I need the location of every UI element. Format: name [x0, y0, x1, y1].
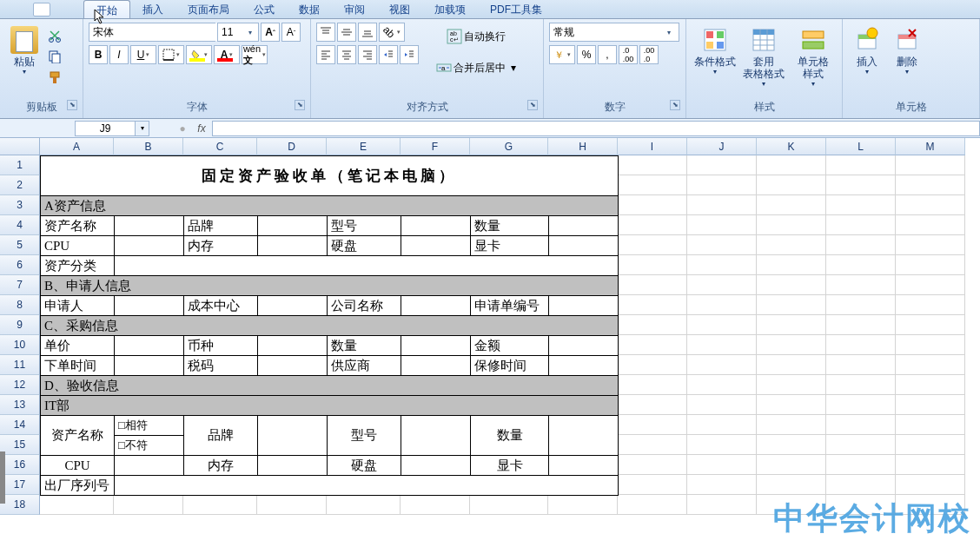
cell: 保修时间: [471, 356, 549, 376]
number-format-combo[interactable]: ▾: [549, 23, 679, 42]
row-header-18[interactable]: 18: [0, 495, 40, 515]
format-painter-button[interactable]: [45, 68, 64, 87]
cut-button[interactable]: [45, 26, 64, 45]
shrink-font-button[interactable]: Aˇ: [281, 23, 301, 42]
accounting-format-button[interactable]: ￥▾: [549, 45, 575, 64]
row-header-3[interactable]: 3: [0, 195, 40, 215]
align-top-button[interactable]: [316, 23, 335, 42]
wrap-text-button[interactable]: abc↵ 自动换行: [430, 23, 522, 50]
ribbon: 粘贴 ▾ 剪贴板⬊ ▾ ▾ Aˆ Aˇ: [0, 19, 980, 119]
percent-button[interactable]: %: [577, 45, 596, 64]
col-header-B[interactable]: B: [114, 138, 183, 155]
underline-button[interactable]: U▾: [130, 45, 156, 64]
decrease-decimal-button[interactable]: .00.0: [639, 45, 659, 64]
align-right-button[interactable]: [358, 45, 377, 64]
bold-button[interactable]: B: [89, 45, 108, 64]
grow-font-button[interactable]: Aˆ: [261, 23, 280, 42]
col-header-G[interactable]: G: [470, 138, 548, 155]
row-header-16[interactable]: 16: [0, 455, 40, 475]
italic-button[interactable]: I: [109, 45, 129, 64]
col-header-M[interactable]: M: [896, 138, 965, 155]
copy-button[interactable]: [45, 47, 64, 66]
tab-review[interactable]: 审阅: [332, 0, 377, 18]
tab-data[interactable]: 数据: [287, 0, 332, 18]
row-header-10[interactable]: 10: [0, 335, 40, 355]
merge-center-button[interactable]: a 合并后居中 ▾: [430, 54, 522, 82]
number-launcher[interactable]: ⬊: [670, 100, 680, 110]
alignment-launcher[interactable]: ⬊: [527, 100, 538, 110]
font-color-button[interactable]: A▾: [214, 45, 240, 64]
svg-rect-52: [803, 31, 824, 38]
row-header-8[interactable]: 8: [0, 295, 40, 315]
svg-text:￥: ￥: [554, 49, 564, 60]
svg-text:a: a: [441, 64, 446, 72]
row-header-2[interactable]: 2: [0, 175, 40, 195]
tab-formulas[interactable]: 公式: [242, 0, 287, 18]
row-header-15[interactable]: 15: [0, 435, 40, 455]
col-header-A[interactable]: A: [40, 138, 114, 155]
orientation-button[interactable]: ab▾: [379, 23, 405, 42]
delete-cells-button[interactable]: 删除▾: [888, 23, 926, 79]
font-name-combo[interactable]: ▾: [89, 23, 215, 42]
form-title: 固定资产验收单（笔记本电脑）: [41, 156, 619, 196]
tab-view[interactable]: 视图: [377, 0, 422, 18]
tab-addins[interactable]: 加载项: [422, 0, 478, 18]
name-box-dropdown[interactable]: ▾: [136, 121, 149, 136]
tab-insert[interactable]: 插入: [130, 0, 175, 18]
formula-input[interactable]: [212, 121, 980, 136]
align-middle-button[interactable]: [337, 23, 356, 42]
increase-indent-button[interactable]: [400, 45, 419, 64]
align-left-button[interactable]: [316, 45, 335, 64]
col-header-K[interactable]: K: [757, 138, 826, 155]
row-header-6[interactable]: 6: [0, 255, 40, 275]
font-launcher[interactable]: ⬊: [295, 100, 305, 110]
row-header-4[interactable]: 4: [0, 215, 40, 235]
row-header-5[interactable]: 5: [0, 235, 40, 255]
cell-styles-button[interactable]: 单元格 样式▾: [790, 23, 837, 91]
align-bottom-button[interactable]: [358, 23, 377, 42]
font-size-input[interactable]: [218, 23, 244, 41]
font-size-combo[interactable]: ▾: [217, 23, 259, 42]
col-header-C[interactable]: C: [183, 138, 257, 155]
name-box[interactable]: [75, 121, 136, 136]
tab-home[interactable]: 开始: [83, 0, 130, 18]
phonetic-button[interactable]: wén文▾: [242, 45, 268, 64]
svg-rect-6: [163, 49, 174, 60]
tab-pdf[interactable]: PDF工具集: [478, 0, 554, 18]
align-center-button[interactable]: [337, 45, 356, 64]
row-header-14[interactable]: 14: [0, 415, 40, 435]
number-format-input[interactable]: [550, 23, 663, 41]
increase-decimal-button[interactable]: .0.00: [619, 45, 638, 64]
col-header-F[interactable]: F: [401, 138, 470, 155]
row-header-17[interactable]: 17: [0, 475, 40, 495]
row-header-11[interactable]: 11: [0, 355, 40, 375]
fx-icon[interactable]: fx: [191, 122, 212, 135]
col-header-E[interactable]: E: [327, 138, 401, 155]
cell-hdd: 硬盘: [328, 456, 401, 476]
col-header-L[interactable]: L: [826, 138, 896, 155]
conditional-format-button[interactable]: 条件格式▾: [692, 23, 738, 79]
tab-layout[interactable]: 页面布局: [175, 0, 242, 18]
row-header-9[interactable]: 9: [0, 315, 40, 335]
clipboard-launcher[interactable]: ⬊: [67, 100, 77, 110]
row-header-12[interactable]: 12: [0, 375, 40, 395]
decrease-indent-button[interactable]: [379, 45, 398, 64]
font-name-input[interactable]: [89, 23, 227, 41]
select-all-corner[interactable]: [0, 138, 40, 155]
scroll-handle[interactable]: [0, 451, 5, 504]
col-header-J[interactable]: J: [687, 138, 757, 155]
row-header-13[interactable]: 13: [0, 395, 40, 415]
fill-color-button[interactable]: ▾: [186, 45, 212, 64]
format-table-button[interactable]: 套用 表格格式▾: [740, 23, 787, 91]
col-header-H[interactable]: H: [548, 138, 618, 155]
border-button[interactable]: ▾: [158, 45, 184, 64]
worksheet-content[interactable]: 固定资产验收单（笔记本电脑） A资产信息 资产名称品牌型号数量 CPU内存硬盘显…: [40, 155, 619, 496]
office-button-placeholder[interactable]: [33, 3, 50, 16]
col-header-I[interactable]: I: [618, 138, 687, 155]
insert-cells-button[interactable]: 插入▾: [848, 23, 886, 79]
row-header-7[interactable]: 7: [0, 275, 40, 295]
paste-button[interactable]: 粘贴 ▾: [5, 23, 43, 79]
row-header-1[interactable]: 1: [0, 155, 40, 175]
comma-button[interactable]: ,: [598, 45, 617, 64]
col-header-D[interactable]: D: [257, 138, 327, 155]
